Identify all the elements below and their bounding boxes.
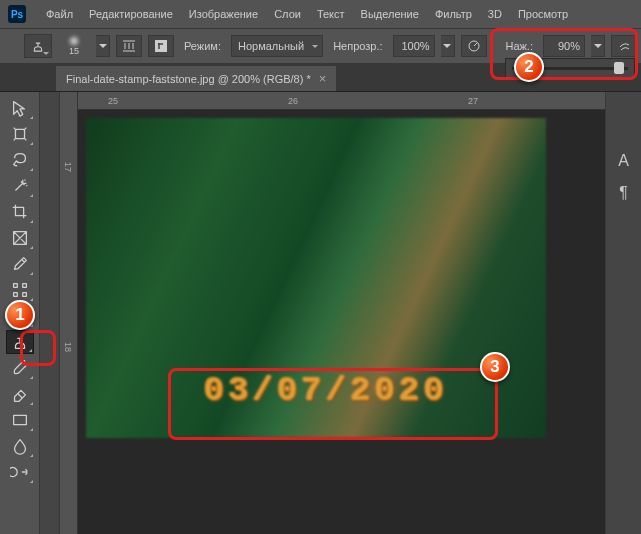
slider-thumb[interactable] [614, 62, 624, 74]
document-canvas[interactable]: 03/07/2020 [86, 118, 546, 438]
history-brush-tool[interactable] [6, 356, 34, 380]
menu-bar: Ps ФайлРедактированиеИзображениеСлоиТекс… [0, 0, 641, 28]
menu-просмотр[interactable]: Просмотр [510, 4, 576, 24]
clone-source-button[interactable] [148, 35, 174, 57]
tool-preset-picker[interactable] [24, 34, 52, 58]
ruler-tick: 27 [468, 96, 478, 106]
eyedropper-tool[interactable] [6, 252, 34, 276]
close-icon[interactable]: × [319, 71, 327, 86]
pressure-opacity-button[interactable] [461, 35, 487, 57]
character-panel-icon[interactable]: A [613, 152, 635, 170]
ruler-tick: 17 [63, 162, 73, 172]
flow-dropdown-icon[interactable] [591, 35, 605, 57]
opacity-value: 100% [401, 40, 429, 52]
crop-tool[interactable] [6, 200, 34, 224]
brush-preset-picker[interactable]: 15 [58, 31, 90, 61]
blend-mode-select[interactable]: Нормальный [231, 35, 323, 57]
ruler-tick: 18 [63, 342, 73, 352]
menu-фильтр[interactable]: Фильтр [427, 4, 480, 24]
magic-wand-tool[interactable] [6, 174, 34, 198]
right-panel-dock: A ¶ [605, 92, 641, 534]
menu-слои[interactable]: Слои [266, 4, 309, 24]
document-tab-title: Final-date-stamp-faststone.jpg @ 200% (R… [66, 73, 311, 85]
menu-выделение[interactable]: Выделение [353, 4, 427, 24]
date-stamp-text: 03/07/2020 [204, 372, 448, 410]
healing-brush-tool[interactable] [6, 278, 34, 302]
menu-изображение[interactable]: Изображение [181, 4, 266, 24]
canvas-area: 25 26 27 17 18 03/07/2020 [60, 92, 605, 534]
photoshop-logo-icon: Ps [8, 5, 26, 23]
ruler-tick: 26 [288, 96, 298, 106]
svg-rect-0 [155, 40, 167, 52]
annotation-badge: 2 [514, 52, 544, 82]
document-tab[interactable]: Final-date-stamp-faststone.jpg @ 200% (R… [56, 65, 336, 91]
move-tool[interactable] [6, 96, 34, 120]
gradient-tool[interactable] [6, 408, 34, 432]
opacity-input[interactable]: 100% [393, 35, 435, 57]
opacity-dropdown-icon[interactable] [441, 35, 455, 57]
flow-value: 90% [558, 40, 580, 52]
blend-mode-value: Нормальный [238, 40, 304, 52]
opacity-label: Непрозр.: [329, 40, 386, 52]
dodge-tool[interactable] [6, 460, 34, 484]
annotation-badge: 3 [480, 352, 510, 382]
horizontal-ruler: 25 26 27 [78, 92, 605, 110]
blur-tool[interactable] [6, 434, 34, 458]
paragraph-panel-icon[interactable]: ¶ [613, 184, 635, 202]
menu-редактирование[interactable]: Редактирование [81, 4, 181, 24]
menu-файл[interactable]: Файл [38, 4, 81, 24]
annotation-badge: 1 [5, 300, 35, 330]
ruler-tick: 25 [108, 96, 118, 106]
vertical-ruler: 17 18 [60, 92, 78, 534]
clone-stamp-tool[interactable] [6, 330, 34, 354]
menu-текст[interactable]: Текст [309, 4, 353, 24]
brush-dropdown-icon[interactable] [96, 35, 110, 57]
brush-panel-button[interactable] [116, 35, 142, 57]
workspace: 25 26 27 17 18 03/07/2020 A ¶ [0, 92, 641, 534]
collapsed-panel[interactable] [40, 92, 60, 534]
airbrush-button[interactable] [611, 35, 637, 57]
artboard-tool[interactable] [6, 122, 34, 146]
flow-label: Наж.: [501, 40, 537, 52]
menu-3d[interactable]: 3D [480, 4, 510, 24]
flow-input[interactable]: 90% [543, 35, 585, 57]
frame-tool[interactable] [6, 226, 34, 250]
lasso-tool[interactable] [6, 148, 34, 172]
mode-label: Режим: [180, 40, 225, 52]
eraser-tool[interactable] [6, 382, 34, 406]
brush-size-label: 15 [69, 46, 79, 56]
